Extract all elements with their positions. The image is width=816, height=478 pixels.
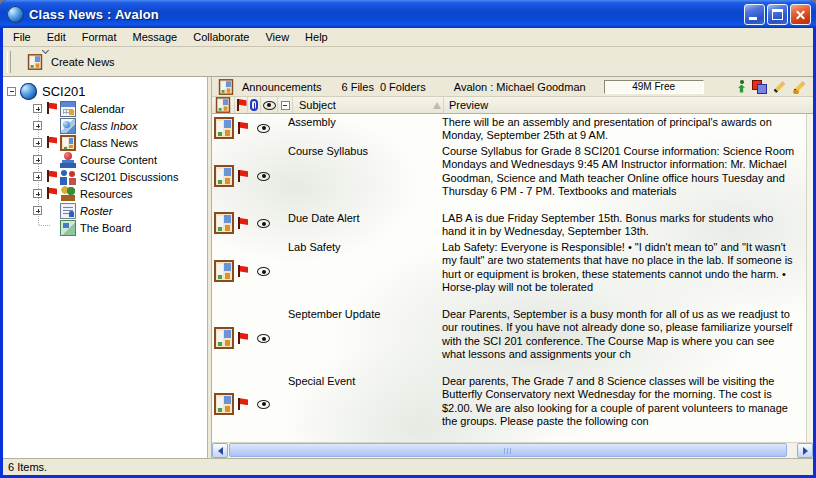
- menu-item-format[interactable]: Format: [74, 29, 125, 45]
- expand-expander-icon[interactable]: [33, 206, 42, 215]
- flag-icon: [46, 170, 57, 183]
- tree-item-class-news[interactable]: Class News: [3, 134, 207, 151]
- column-subject[interactable]: Subject: [293, 97, 444, 113]
- message-subject[interactable]: Due Date Alert: [288, 210, 439, 239]
- news-item-icon: [214, 165, 234, 187]
- tree-item-sci201[interactable]: SCI201: [3, 82, 207, 100]
- message-row[interactable]: Lab Safety Lab Safety: Everyone is Respo…: [212, 239, 806, 306]
- column-preview[interactable]: Preview: [444, 97, 813, 113]
- tree-item-label: Roster: [79, 205, 112, 217]
- maximize-button[interactable]: [767, 4, 788, 25]
- expand-expander-icon[interactable]: [33, 138, 42, 147]
- expand-expander-icon[interactable]: [33, 172, 42, 181]
- storage-free-label: 49M Free: [632, 81, 675, 92]
- minimize-icon: [749, 17, 757, 20]
- expand-expander-icon[interactable]: [33, 155, 42, 164]
- message-preview: Dear parents, The Grade 7 and 8 Science …: [439, 373, 806, 437]
- message-subject[interactable]: Special Event: [288, 373, 439, 437]
- scroll-right-button[interactable]: [797, 443, 813, 458]
- message-row[interactable]: September Update Dear Parents, September…: [212, 306, 806, 373]
- tree-item-resources[interactable]: Resources: [3, 185, 207, 202]
- discussion-people-icon: [60, 169, 76, 185]
- scrollbar-thumb[interactable]: [229, 443, 787, 457]
- message-row[interactable]: Due Date Alert LAB A is due Friday Septe…: [212, 210, 806, 239]
- menu-item-file[interactable]: File: [5, 29, 39, 45]
- create-news-label: Create News: [51, 56, 115, 68]
- news-item-icon: [214, 327, 234, 349]
- inbox-icon: [60, 118, 76, 134]
- tree-item-sci201-discussions[interactable]: SCI201 Discussions: [3, 168, 207, 185]
- message-subject[interactable]: Assembly: [288, 114, 439, 143]
- content: SCI201 Calendar Class Inbox: [3, 76, 813, 458]
- create-news-icon: [28, 54, 42, 70]
- message-subject[interactable]: Lab Safety: [288, 239, 439, 306]
- column-attachment[interactable]: [248, 97, 261, 113]
- message-list-wrap: Assembly There will be an assembly and p…: [212, 114, 813, 442]
- column-header-row: Subject Preview: [212, 97, 813, 114]
- message-subject[interactable]: Course Syllabus: [288, 143, 439, 210]
- flag-icon: [237, 217, 248, 230]
- tree-item-label: Class Inbox: [79, 120, 137, 132]
- message-preview: Lab Safety: Everyone is Responsible! • "…: [439, 239, 806, 306]
- expand-expander-icon[interactable]: [33, 121, 42, 130]
- roster-icon: [60, 203, 76, 219]
- menu-item-message[interactable]: Message: [125, 29, 186, 45]
- menu-item-edit[interactable]: Edit: [39, 29, 74, 45]
- titlebar[interactable]: Class News : Avalon: [0, 0, 816, 28]
- menu-item-view[interactable]: View: [257, 29, 297, 45]
- status-text: 6 Items.: [8, 461, 47, 473]
- tree-item-label: SCI201 Discussions: [79, 171, 178, 183]
- expand-expander-icon[interactable]: [33, 104, 42, 113]
- right-arrow-icon: [803, 447, 808, 455]
- toolbar-grip[interactable]: [7, 51, 11, 73]
- folders-count: 0 Folders: [380, 81, 426, 93]
- minimize-button[interactable]: [744, 4, 765, 25]
- books-apple-icon: [60, 152, 76, 168]
- app-body: File Edit Format Message Collaborate Vie…: [3, 28, 813, 475]
- column-item-icon[interactable]: [212, 97, 235, 113]
- menu-item-collaborate[interactable]: Collaborate: [185, 29, 257, 45]
- storage-gauge: 49M Free: [604, 80, 704, 94]
- close-button[interactable]: [790, 4, 811, 25]
- message-list: Assembly There will be an assembly and p…: [212, 114, 806, 442]
- announcements-icon: [219, 79, 233, 95]
- tree-item-label: The Board: [79, 222, 131, 234]
- paperclip-icon: [250, 99, 258, 111]
- column-viewed[interactable]: [261, 97, 278, 113]
- news-item-icon: [214, 260, 234, 282]
- tree-item-roster[interactable]: Roster: [3, 202, 207, 219]
- horizontal-scrollbar[interactable]: [212, 442, 813, 458]
- eye-icon: [257, 400, 270, 409]
- tree-item-the-board[interactable]: The Board: [3, 219, 207, 236]
- tree-item-course-content[interactable]: Course Content: [3, 151, 207, 168]
- message-subject[interactable]: September Update: [288, 306, 439, 373]
- message-row[interactable]: Assembly There will be an assembly and p…: [212, 114, 806, 143]
- news-item-icon: [214, 117, 234, 139]
- tree-item-class-inbox[interactable]: Class Inbox: [3, 117, 207, 134]
- maximize-icon: [772, 9, 783, 20]
- message-row[interactable]: Special Event Dear parents, The Grade 7 …: [212, 373, 806, 437]
- message-preview: There will be an assembly and presentati…: [439, 114, 806, 143]
- menubar: File Edit Format Message Collaborate Vie…: [3, 28, 813, 47]
- collapse-expander-icon[interactable]: [7, 87, 16, 96]
- column-expand[interactable]: [278, 97, 293, 113]
- eye-icon: [263, 101, 276, 110]
- tree-item-calendar[interactable]: Calendar: [3, 100, 207, 117]
- tree-item-label: Class News: [79, 137, 138, 149]
- tree-item-label: SCI201: [41, 84, 85, 99]
- scroll-left-button[interactable]: [212, 443, 228, 458]
- flag-icon: [237, 398, 248, 411]
- message-preview: LAB A is due Friday September 15th. Bonu…: [439, 210, 806, 239]
- menu-item-help[interactable]: Help: [297, 29, 336, 45]
- tree-item-label: Course Content: [79, 154, 157, 166]
- globe-app-icon: [7, 6, 24, 23]
- list-panel: Announcements 6 Files 0 Folders Avalon :…: [211, 77, 813, 458]
- flag-icon: [237, 122, 248, 135]
- panel-header: Announcements 6 Files 0 Folders Avalon :…: [212, 77, 813, 97]
- expand-expander-icon[interactable]: [33, 189, 42, 198]
- column-flag[interactable]: [235, 97, 248, 113]
- edit-permission-icon: [773, 80, 787, 94]
- message-row[interactable]: Course Syllabus Course Syllabus for Grad…: [212, 143, 806, 210]
- preview-column-label: Preview: [449, 99, 488, 111]
- create-news-button[interactable]: Create News: [19, 49, 121, 75]
